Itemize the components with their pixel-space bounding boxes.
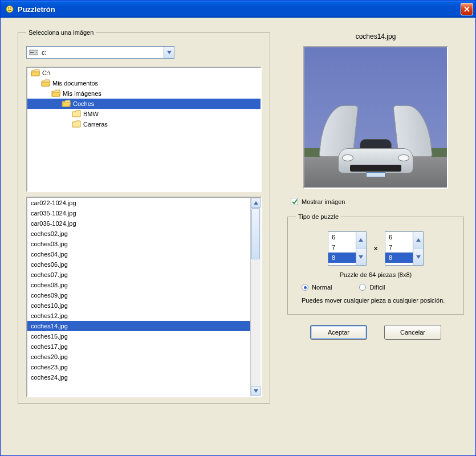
drive-icon: [29, 49, 38, 56]
puzzle-type-group: Tipo de puzzle 678 ×: [287, 213, 464, 315]
drive-combobox[interactable]: c:: [26, 46, 174, 59]
select-image-legend: Selecciona una imágen: [26, 29, 96, 36]
cancel-button[interactable]: Cancelar: [384, 325, 441, 340]
svg-point-5: [36, 52, 37, 53]
scroll-up-button[interactable]: [251, 198, 261, 208]
difficulty-normal-label: Normal: [312, 284, 332, 291]
chevron-down-icon: [254, 389, 258, 393]
tree-item[interactable]: BMW: [27, 109, 261, 119]
svg-point-2: [10, 7, 11, 9]
tree-item[interactable]: Mis imágenes: [27, 88, 261, 99]
preview-filename: coches14.jpg: [287, 32, 464, 40]
file-list-item[interactable]: coches10.jpg: [27, 300, 250, 311]
show-image-checkbox[interactable]: [291, 198, 298, 205]
tree-item-label: Carreras: [83, 121, 108, 128]
close-button[interactable]: [461, 3, 473, 15]
file-list-item[interactable]: coches17.jpg: [27, 341, 250, 352]
folder-icon: [72, 110, 81, 118]
tree-item-label: BMW: [83, 111, 99, 117]
file-list-item[interactable]: coches12.jpg: [27, 311, 250, 321]
chevron-down-icon: [167, 51, 172, 54]
tree-item-label: Mis imágenes: [63, 90, 101, 97]
tree-item[interactable]: Coches: [27, 99, 261, 109]
drive-dropdown-button[interactable]: [164, 47, 174, 58]
directory-tree[interactable]: C:\Mis documentosMis imágenesCochesBMWCa…: [26, 67, 262, 192]
titlebar: Puzzletrón: [1, 1, 475, 18]
svg-point-1: [8, 7, 9, 9]
close-icon: [464, 6, 470, 12]
columns-spinner[interactable]: 678: [328, 231, 367, 266]
app-icon: [5, 5, 14, 14]
file-list-item[interactable]: car022-1024.jpg: [27, 198, 250, 208]
svg-point-0: [6, 6, 13, 13]
file-list-item[interactable]: car036-1024.jpg: [27, 218, 250, 229]
chevron-down-icon: [416, 255, 421, 259]
pieces-count-label: Puzzle de 64 piezas (8x8): [296, 271, 455, 278]
puzzle-type-legend: Tipo de puzzle: [296, 213, 341, 220]
difficulty-dificil-radio[interactable]: Difícil: [359, 284, 385, 291]
multiply-symbol: ×: [373, 244, 378, 253]
show-image-label: Mostrar imágen: [302, 198, 345, 205]
spinner-down-button[interactable]: [356, 249, 366, 266]
file-list-item[interactable]: coches24.jpg: [27, 372, 250, 382]
svg-rect-4: [30, 52, 34, 53]
file-list-item[interactable]: car035-1024.jpg: [27, 208, 250, 218]
accept-button[interactable]: Aceptar: [310, 325, 367, 340]
spinner-up-button[interactable]: [356, 232, 366, 249]
app-window: Puzzletrón Selecciona una imágen: [0, 0, 476, 456]
file-list-item[interactable]: coches14.jpg: [27, 321, 250, 331]
tree-item-label: Mis documentos: [52, 80, 98, 87]
file-list-scrollbar[interactable]: [250, 198, 261, 396]
window-title: Puzzletrón: [18, 5, 461, 14]
image-preview: [303, 46, 448, 189]
tree-item[interactable]: Carreras: [27, 119, 261, 129]
spinner-down-button[interactable]: [413, 249, 423, 266]
tree-item[interactable]: Mis documentos: [27, 78, 261, 88]
folder-open-icon: [62, 100, 71, 108]
file-list-item[interactable]: coches06.jpg: [27, 259, 250, 270]
file-listbox[interactable]: car022-1024.jpgcar035-1024.jpgcar036-102…: [26, 197, 262, 397]
file-list-item[interactable]: coches20.jpg: [27, 352, 250, 362]
tree-item-label: C:\: [42, 70, 50, 76]
chevron-up-icon: [416, 238, 421, 242]
file-list-item[interactable]: coches15.jpg: [27, 331, 250, 341]
select-image-group: Selecciona una imágen c: C:\Mis do: [18, 29, 270, 404]
scroll-down-button[interactable]: [251, 386, 261, 396]
difficulty-help-text: Puedes mover cualquier pieza a cualquier…: [302, 296, 450, 305]
folder-icon: [72, 120, 81, 128]
scroll-thumb[interactable]: [251, 208, 260, 259]
file-list-item[interactable]: coches23.jpg: [27, 362, 250, 372]
difficulty-dificil-label: Difícil: [369, 284, 385, 291]
file-list-item[interactable]: coches03.jpg: [27, 239, 250, 249]
rows-spinner[interactable]: 678: [385, 231, 424, 266]
folder-open-icon: [51, 89, 60, 97]
file-list-item[interactable]: coches08.jpg: [27, 280, 250, 290]
drive-selected-text: c:: [42, 49, 164, 56]
chevron-up-icon: [254, 201, 258, 205]
folder-open-icon: [41, 79, 50, 87]
file-list-item[interactable]: coches07.jpg: [27, 270, 250, 280]
checkmark-icon: [292, 199, 298, 205]
chevron-down-icon: [359, 255, 363, 259]
difficulty-normal-radio[interactable]: Normal: [302, 284, 332, 291]
folder-open-icon: [31, 69, 40, 77]
tree-item-label: Coches: [73, 100, 94, 107]
file-list-item[interactable]: coches09.jpg: [27, 290, 250, 300]
tree-item[interactable]: C:\: [27, 68, 261, 78]
file-list-item[interactable]: coches02.jpg: [27, 229, 250, 239]
chevron-up-icon: [359, 238, 363, 242]
file-list-item[interactable]: coches04.jpg: [27, 249, 250, 259]
spinner-up-button[interactable]: [413, 232, 423, 249]
